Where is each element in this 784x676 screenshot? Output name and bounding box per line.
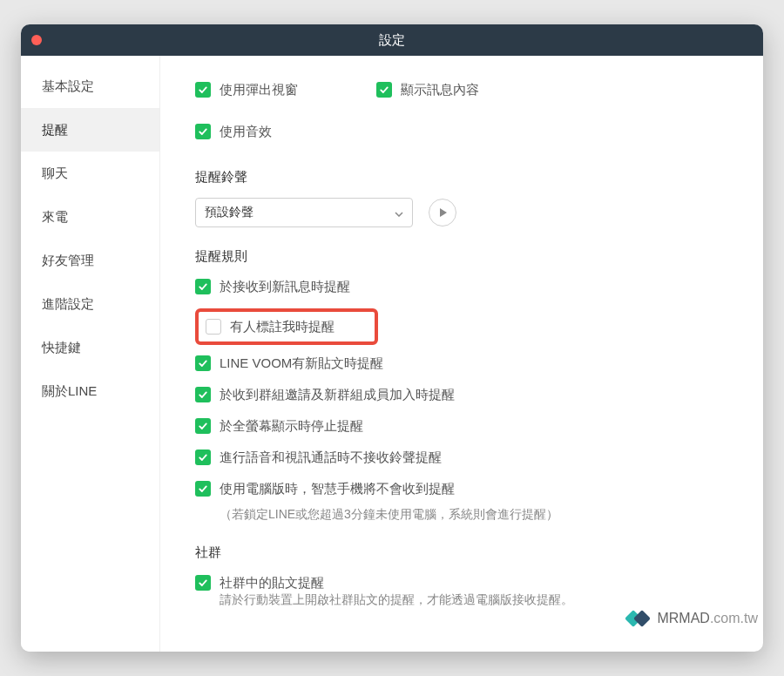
section-heading-community: 社群: [195, 544, 728, 561]
checkbox-row-voom[interactable]: LINE VOOM有新貼文時提醒: [195, 354, 728, 375]
checkbox-row-mention[interactable]: 有人標註我時提醒: [206, 317, 368, 338]
sidebar-item-notifications[interactable]: 提醒: [21, 108, 159, 152]
check-icon: [195, 82, 211, 98]
caret-down-icon: [395, 206, 403, 220]
check-icon: [206, 319, 221, 335]
checkbox-label: 有人標註我時提醒: [230, 317, 335, 337]
content-panel: 使用彈出視窗 顯示訊息內容 使用音效 提醒鈴聲 預設鈴聲: [160, 56, 763, 652]
checkbox-label: 進行語音和視訊通話時不接收鈴聲提醒: [220, 448, 442, 468]
checkbox-row-desktop-active[interactable]: 使用電腦版時，智慧手機將不會收到提醒: [195, 479, 728, 500]
checkbox-row-sound[interactable]: 使用音效: [195, 122, 728, 143]
sidebar-item-friends[interactable]: 好友管理: [21, 239, 159, 282]
check-icon: [195, 575, 211, 591]
settings-window: 設定 基本設定 提醒 聊天 來電 好友管理 進階設定 快捷鍵 關於LINE 使用…: [21, 24, 763, 652]
sidebar-item-shortcuts[interactable]: 快捷鍵: [21, 326, 159, 369]
sidebar-item-advanced[interactable]: 進階設定: [21, 282, 159, 326]
checkbox-row-popup[interactable]: 使用彈出視窗: [195, 80, 298, 101]
sidebar-item-calls[interactable]: 來電: [21, 195, 159, 239]
window-body: 基本設定 提醒 聊天 來電 好友管理 進階設定 快捷鍵 關於LINE 使用彈出視…: [21, 56, 763, 652]
checkbox-label: 使用彈出視窗: [220, 80, 298, 100]
checkbox-row-call-mute[interactable]: 進行語音和視訊通話時不接收鈴聲提醒: [195, 448, 728, 469]
section-heading-rules: 提醒規則: [195, 248, 728, 265]
section-heading-ringtone: 提醒鈴聲: [195, 169, 728, 186]
check-icon: [195, 355, 211, 371]
check-icon: [195, 124, 211, 139]
checkbox-row-show-content[interactable]: 顯示訊息內容: [376, 80, 479, 101]
checkbox-label: LINE VOOM有新貼文時提醒: [220, 354, 383, 374]
ringtone-selected-value: 預設鈴聲: [205, 205, 253, 220]
checkbox-row-group-invite[interactable]: 於收到群組邀請及新群組成員加入時提醒: [195, 385, 728, 406]
watermark-domain: .com.tw: [710, 611, 758, 625]
check-icon: [195, 418, 211, 434]
watermark-brand: MRMAD: [657, 611, 709, 625]
watermark-logo-icon: [627, 610, 652, 627]
titlebar: 設定: [21, 24, 763, 56]
watermark: MRMAD.com.tw: [627, 610, 758, 627]
checkbox-label: 使用音效: [220, 122, 272, 142]
checkbox-label: 於接收到新訊息時提醒: [220, 277, 350, 297]
check-icon: [195, 387, 211, 402]
checkbox-label: 顯示訊息內容: [401, 80, 479, 100]
check-icon: [195, 279, 211, 294]
window-title: 設定: [21, 32, 763, 49]
sidebar-item-basic-settings[interactable]: 基本設定: [21, 64, 159, 108]
sidebar-item-about[interactable]: 關於LINE: [21, 369, 159, 413]
check-icon: [376, 82, 392, 98]
ringtone-select[interactable]: 預設鈴聲: [195, 198, 413, 227]
checkbox-row-new-message[interactable]: 於接收到新訊息時提醒: [195, 277, 728, 298]
sidebar-item-chat[interactable]: 聊天: [21, 152, 159, 195]
close-window-button[interactable]: [31, 35, 42, 45]
checkbox-row-fullscreen-stop[interactable]: 於全螢幕顯示時停止提醒: [195, 416, 728, 437]
sidebar: 基本設定 提醒 聊天 來電 好友管理 進階設定 快捷鍵 關於LINE: [21, 56, 160, 652]
checkbox-label: 於全螢幕顯示時停止提醒: [220, 416, 363, 436]
check-icon: [195, 450, 211, 465]
check-icon: [195, 481, 211, 497]
checkbox-subtext: （若鎖定LINE或您超過3分鐘未使用電腦，系統則會進行提醒）: [220, 505, 728, 524]
play-icon: [437, 207, 448, 218]
ringtone-controls: 預設鈴聲: [195, 198, 728, 227]
play-ringtone-button[interactable]: [429, 199, 456, 226]
checkbox-subtext: 請於行動裝置上開啟社群貼文的提醒，才能透過電腦版接收提醒。: [220, 591, 728, 609]
checkbox-label: 使用電腦版時，智慧手機將不會收到提醒: [220, 479, 455, 499]
highlight-annotation: 有人標註我時提醒: [195, 308, 378, 345]
checkbox-label: 於收到群組邀請及新群組成員加入時提醒: [220, 385, 455, 405]
window-controls: [31, 35, 42, 45]
